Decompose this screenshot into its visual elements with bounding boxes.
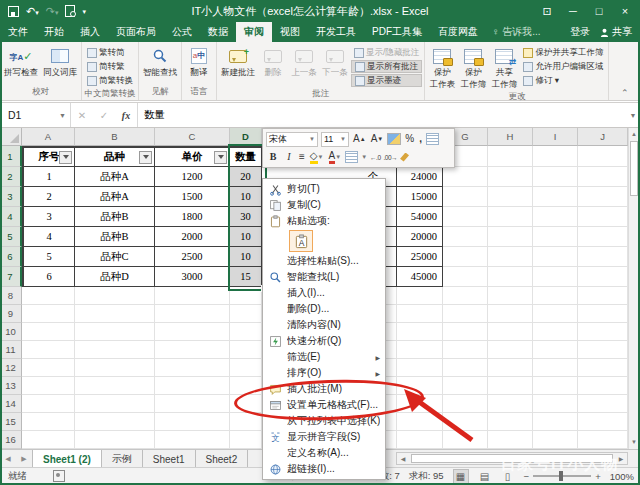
print-preview-icon[interactable] [65, 5, 75, 17]
cell-H2[interactable] [488, 167, 533, 187]
select-all-corner[interactable] [0, 128, 22, 146]
cell-J10[interactable] [578, 323, 628, 341]
cell-D13[interactable] [230, 377, 262, 395]
row-header-16[interactable]: 16 [0, 431, 22, 449]
cell-D12[interactable] [230, 359, 262, 377]
cell-B13[interactable] [75, 377, 155, 395]
row-header-1[interactable]: 1 [0, 146, 22, 167]
cell-F12[interactable] [397, 359, 443, 377]
scroll-left-icon[interactable]: ◀ [397, 453, 409, 464]
tab-开始[interactable]: 开始 [36, 22, 72, 42]
cell-J14[interactable] [578, 395, 628, 413]
context-menu-item-插入[interactable]: 插入(I)... [263, 285, 385, 301]
cell-B7[interactable]: 品种D [75, 267, 155, 287]
ribbon-button-同义词库[interactable]: 同义词库 [41, 44, 79, 78]
cell-A15[interactable] [22, 413, 75, 431]
ribbon-button-显示墨迹[interactable]: 显示墨迹 [351, 74, 422, 87]
tab-插入[interactable]: 插入 [72, 22, 108, 42]
context-menu-item-从下拉列表中选择[interactable]: 从下拉列表中选择(K)... [263, 413, 385, 429]
cell-D10[interactable] [230, 323, 262, 341]
row-header-8[interactable]: 8 [0, 287, 22, 305]
cell-G12[interactable] [443, 359, 488, 377]
cell-A2[interactable]: 1 [22, 167, 75, 187]
cell-F10[interactable] [397, 323, 443, 341]
sheet-nav-right-icon[interactable]: ▶ [16, 450, 32, 468]
ribbon-button-智能查找[interactable]: 智能查找 [141, 44, 179, 78]
cell-I16[interactable] [533, 431, 578, 449]
row-header-6[interactable]: 6 [0, 247, 22, 267]
cell-H12[interactable] [488, 359, 533, 377]
cell-A6[interactable]: 5 [22, 247, 75, 267]
page-break-view-icon[interactable]: ▯ [501, 470, 515, 483]
column-header-D[interactable]: D [230, 128, 262, 146]
context-menu-item-智能查找[interactable]: 智能查找(L) [263, 269, 385, 285]
context-menu-item-复制[interactable]: 复制(C) [263, 197, 385, 213]
sign-in-link[interactable]: 登录 [570, 25, 590, 39]
cell-F13[interactable] [397, 377, 443, 395]
restore-icon[interactable]: □ [586, 0, 612, 22]
row-header-9[interactable]: 9 [0, 305, 22, 323]
cell-D7[interactable]: 15 [230, 267, 262, 287]
cell-J12[interactable] [578, 359, 628, 377]
column-header-H[interactable]: H [488, 128, 533, 146]
context-menu-item-显示拼音字段[interactable]: 文显示拼音字段(S) [263, 429, 385, 445]
cell-C15[interactable] [155, 413, 230, 431]
cell-B16[interactable] [75, 431, 155, 449]
ribbon-button-保护并共享工作簿[interactable]: 保护并共享工作簿 [520, 46, 606, 59]
cell-C3[interactable]: 1500 [155, 187, 230, 207]
cell-A3[interactable]: 2 [22, 187, 75, 207]
cell-D6[interactable]: 10 [230, 247, 262, 267]
cell-B15[interactable] [75, 413, 155, 431]
name-box[interactable]: D1▼ [0, 103, 71, 127]
formula-input[interactable]: 数量 [138, 103, 626, 127]
row-header-15[interactable]: 15 [0, 413, 22, 431]
cell-H13[interactable] [488, 377, 533, 395]
close-icon[interactable]: × [612, 0, 638, 22]
font-name-combo[interactable]: 宋体▼ [266, 132, 318, 147]
cell-H4[interactable] [488, 207, 533, 227]
cell-I2[interactable] [533, 167, 578, 187]
decrease-decimal-button[interactable]: .00→ [384, 154, 398, 161]
minimize-icon[interactable]: ─ [560, 0, 586, 22]
normal-view-icon[interactable]: ▦ [453, 469, 469, 484]
cell-F5[interactable]: 20000 [397, 227, 443, 247]
row-header-14[interactable]: 14 [0, 395, 22, 413]
cell-I5[interactable] [533, 227, 578, 247]
cell-B2[interactable]: 品种A [75, 167, 155, 187]
tab-公式[interactable]: 公式 [164, 22, 200, 42]
tab-百度网盘[interactable]: 百度网盘 [430, 22, 486, 42]
cell-I11[interactable] [533, 341, 578, 359]
context-menu-item-选择性粘贴[interactable]: 选择性粘贴(S)... [263, 253, 385, 269]
row-header-10[interactable]: 10 [0, 323, 22, 341]
percent-style-button[interactable]: % [404, 134, 415, 144]
tab-视图[interactable]: 视图 [272, 22, 308, 42]
cell-B9[interactable] [75, 305, 155, 323]
bold-button[interactable]: B [266, 152, 280, 162]
row-header-13[interactable]: 13 [0, 377, 22, 395]
namebox-dropdown-icon[interactable]: ▼ [59, 112, 70, 119]
collapse-ribbon-icon[interactable]: ⌃ [621, 88, 629, 98]
sheet-tab-Sheet1[interactable]: Sheet1 [143, 450, 196, 468]
undo-icon[interactable]: ↶▾ [26, 6, 39, 17]
row-header-7[interactable]: 7 [0, 267, 22, 287]
cell-C13[interactable] [155, 377, 230, 395]
column-header-C[interactable]: C [155, 128, 230, 146]
cell-D3[interactable]: 10 [230, 187, 262, 207]
cell-F3[interactable]: 15000 [397, 187, 443, 207]
cell-A8[interactable] [22, 287, 75, 305]
cell-B12[interactable] [75, 359, 155, 377]
ribbon-button-简转繁[interactable]: 简转繁 [84, 60, 136, 73]
cell-A7[interactable]: 6 [22, 267, 75, 287]
cell-H16[interactable] [488, 431, 533, 449]
cell-H6[interactable] [488, 247, 533, 267]
cell-H15[interactable] [488, 413, 533, 431]
cell-J9[interactable] [578, 305, 628, 323]
expand-formula-bar-icon[interactable]: ▼ [626, 103, 640, 127]
cell-I15[interactable] [533, 413, 578, 431]
row-header-11[interactable]: 11 [0, 341, 22, 359]
cell-B14[interactable] [75, 395, 155, 413]
share-button[interactable]: 共享 [600, 25, 632, 39]
cell-J15[interactable] [578, 413, 628, 431]
row-header-5[interactable]: 5 [0, 227, 22, 247]
cell-I10[interactable] [533, 323, 578, 341]
